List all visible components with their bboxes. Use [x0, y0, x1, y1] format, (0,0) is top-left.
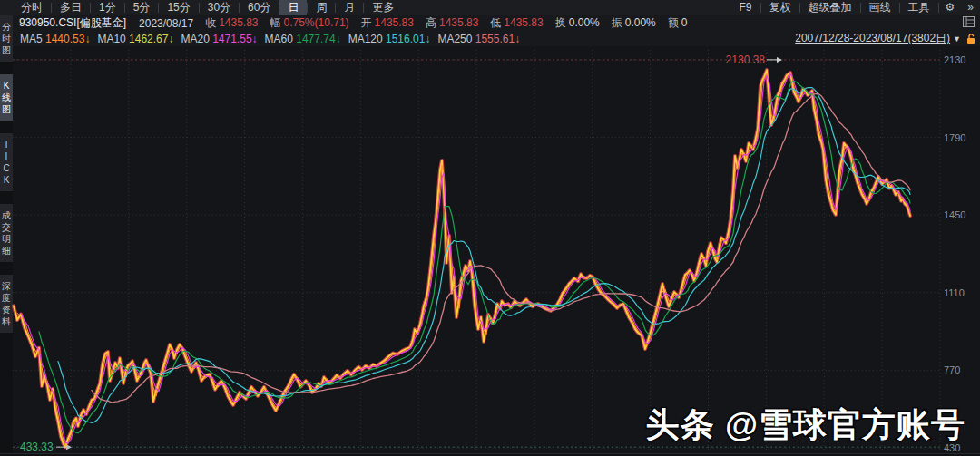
- series-MA250: [92, 93, 910, 403]
- y-axis-tick: 770: [944, 364, 960, 375]
- series-candle-band: [14, 70, 910, 447]
- low-annotation: 433.33: [20, 441, 54, 453]
- y-axis-tick: 1450: [944, 209, 965, 220]
- bottom-frame-line: [0, 453, 980, 454]
- kline-chart[interactable]: 21301790145011107704302130.38433.33: [0, 0, 980, 456]
- series-close: [14, 70, 910, 447]
- watermark: 头条 @雪球官方账号: [646, 403, 965, 448]
- y-axis-tick: 1790: [944, 132, 965, 143]
- high-annotation: 2130.38: [726, 53, 766, 66]
- y-axis-tick: 1110: [944, 287, 965, 298]
- series-MA20: [21, 74, 910, 443]
- series-MA60: [39, 82, 910, 433]
- y-axis-tick: 2130: [944, 54, 965, 65]
